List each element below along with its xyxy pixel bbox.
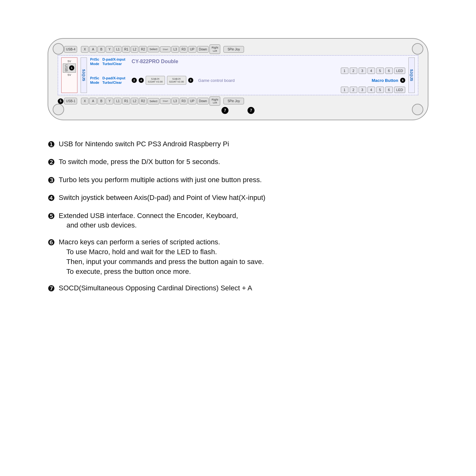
corner-circle-br <box>412 104 423 115</box>
led-key-top: LED <box>394 68 405 74</box>
btn-x-top: X <box>81 46 89 53</box>
middle-inner: 5V USB 1 5V SJ@JS PrtSc <box>61 57 415 93</box>
mode-label-top: Mode <box>90 62 99 66</box>
corner-circle-bl <box>53 104 64 115</box>
main-container: 5 USB-4 X A B Y L1 R1 L2 R2 Select Start… <box>32 38 444 301</box>
chip-1: SJ@JX S22AT V2.00 <box>146 76 165 85</box>
annotation-text-6: Macro keys can perform a series of scrip… <box>59 237 264 276</box>
socd-item-2: 7 <box>248 107 255 114</box>
num-key-2-top: 2 <box>350 68 357 74</box>
center-row-bottom: PrtSc Mode D-pad/X-input Turbo/Clear 2 4 <box>90 76 405 85</box>
turbo-label-top: Turbo/Clear <box>102 62 125 66</box>
badge-3: 3 <box>188 78 193 83</box>
chip-1-line2: S22AT V2.00 <box>148 80 163 83</box>
btn-l1-bot: L1 <box>114 98 122 104</box>
btn-a-top: A <box>89 46 97 53</box>
btn-r2-top: R2 <box>139 46 147 53</box>
badge-annotation-3: ❸ <box>48 175 55 186</box>
brand-left-text: SJ@JS <box>82 69 86 81</box>
mode-label-bot: Mode <box>90 81 99 84</box>
btn-r3-bot: R3 <box>180 98 188 104</box>
btn-l1-top: L1 <box>114 46 122 53</box>
btn-b-top: B <box>97 46 105 53</box>
btn-down-bot: Down <box>197 98 209 104</box>
brand-right: SJ@JS <box>408 57 415 93</box>
btn-b-bot: B <box>97 98 105 104</box>
btn-y-top: Y <box>106 46 113 53</box>
voltage-bottom: 5V <box>68 73 71 76</box>
annotation-text-2: To switch mode, press the D/X button for… <box>59 157 220 167</box>
btn-l3-top: L3 <box>171 46 179 53</box>
macro-label: Macro Button <box>372 78 398 83</box>
chip-2: SJ@JX S22AT V2.00 <box>167 76 186 85</box>
btn-l2-top: L2 <box>131 46 138 53</box>
btn-r1-top: R1 <box>122 46 130 53</box>
prtsc-label-bot: PrtSc <box>90 76 99 80</box>
corner-circle-tl <box>53 43 64 55</box>
annotation-text-7: SOCD(Simultaneous Opposing Cardinal Dire… <box>59 283 252 293</box>
center-content: PrtSc Mode D-pad/X-input Turbo/Clear CY-… <box>90 57 405 93</box>
corner-circle-tr <box>412 43 423 55</box>
dpad-label-top: D-pad/X-input <box>102 57 125 61</box>
btn-r1-bot: R1 <box>122 98 130 104</box>
annotation-text-4: Switch joystick between Axis(D-pad) and … <box>59 193 265 203</box>
chip-1-line1: SJ@JX <box>148 77 163 80</box>
chip-2-line2: S22AT V2.00 <box>169 80 184 83</box>
btn-select-top: Select <box>148 46 159 52</box>
prtsc-mode-group: PrtSc Mode <box>90 57 99 66</box>
badge-4: 4 <box>139 78 144 83</box>
num-key-1-top: 1 <box>341 68 348 74</box>
prtsc-mode-group-bot: PrtSc Mode <box>90 76 99 84</box>
btn-down-top: Down <box>197 46 209 53</box>
num-key-4-bot: 4 <box>367 87 375 93</box>
btn-up-bot: UP <box>188 98 196 104</box>
num-keys-top: 1 2 3 4 5 6 LED <box>341 68 405 74</box>
num-keys-bottom: 1 2 3 4 5 6 LED <box>341 87 405 93</box>
num-key-1-bot: 1 <box>341 87 348 93</box>
num-key-3-bot: 3 <box>359 87 366 93</box>
annotation-text-5: Extended USB interface. Connect the Enco… <box>59 211 238 231</box>
middle-section: 5V USB 1 5V SJ@JS PrtSc <box>58 55 418 95</box>
annotation-5: ❺ Extended USB interface. Connect the En… <box>48 211 428 231</box>
btn-5pinjoy-top: 5Pin Joy <box>223 46 244 53</box>
badge-annotation-4: ❹ <box>48 192 55 204</box>
btn-usb4: USB-4 <box>64 46 77 53</box>
dpad-turbo-group-top: D-pad/X-input Turbo/Clear <box>102 57 125 66</box>
prtsc-label-top: PrtSc <box>90 57 99 61</box>
btn-up-top: UP <box>188 46 196 53</box>
socd-item-1: 7 <box>221 107 228 114</box>
btn-start-top: Start <box>160 46 171 52</box>
badge-annotation-1: ❶ <box>48 139 55 150</box>
voltage-top: 5V <box>68 60 71 63</box>
badge-usb1: 5 <box>58 98 63 104</box>
annotation-2: ❷ To switch mode, press the D/X button f… <box>48 157 428 168</box>
num-key-6-top: 6 <box>385 68 393 74</box>
turbo-label-bot: Turbo/Clear <box>102 81 125 84</box>
usb-label: USB <box>64 64 68 72</box>
num-key-6-bot: 6 <box>385 87 393 93</box>
btn-right-top: RightLeft <box>209 44 220 54</box>
badge-2: 2 <box>132 78 137 83</box>
usb-port-left: 5V USB 1 5V <box>61 57 77 93</box>
badge-annotation-2: ❷ <box>48 156 55 168</box>
dpad-turbo-group-bot: D-pad/X-input Turbo/Clear <box>102 76 125 84</box>
chip-badge-area: 2 4 SJ@JX S22AT V2.00 SJ@JX S22AT V2.00 … <box>132 76 235 85</box>
badge-annotation-5: ❺ <box>48 210 55 222</box>
num-key-4-top: 4 <box>367 68 375 74</box>
center-row-top: PrtSc Mode D-pad/X-input Turbo/Clear CY-… <box>90 57 405 66</box>
badge-7-right: 7 <box>248 107 255 114</box>
annotations-section: ❶ USB for Nintendo switch PC PS3 Android… <box>48 139 428 301</box>
chip-2-line1: SJ@JX <box>169 77 184 80</box>
badge-7-left: 7 <box>221 107 228 114</box>
badge-annotation-7: ❼ <box>48 283 55 294</box>
btn-start-bot: Start <box>160 98 171 104</box>
btn-l2-bot: L2 <box>131 98 138 104</box>
annotation-4: ❹ Switch joystick between Axis(D-pad) an… <box>48 193 428 204</box>
btn-select-bot: Select <box>148 98 159 104</box>
btn-a-bot: A <box>89 98 97 104</box>
badge-annotation-6: ❻ <box>48 237 55 248</box>
board-title: CY-822PRO Double <box>132 59 178 64</box>
brand-left: SJ@JS <box>81 57 87 93</box>
num-key-5-top: 5 <box>376 68 384 74</box>
num-key-2-bot: 2 <box>350 87 357 93</box>
